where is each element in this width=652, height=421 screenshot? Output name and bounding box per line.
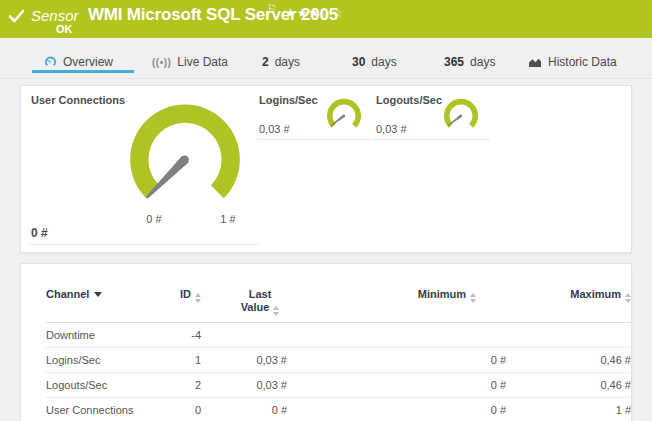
cell-maximum: 0,46 # [506, 348, 631, 373]
cell-id: 1 [141, 348, 201, 373]
prtg-sensor-page: Sensor WMI Microsoft SQL Server 2005 ⚐ ★… [0, 0, 652, 421]
tab-historic-data[interactable]: Historic Data [528, 51, 617, 73]
logins-gauge [324, 97, 364, 134]
channel-table-panel: Channel ID Last Value Minimum Maximum Do… [20, 263, 632, 421]
priority-flag-icon[interactable]: ⚐ [267, 2, 277, 15]
cell-last-value [201, 323, 287, 348]
column-header-maximum[interactable]: Maximum [506, 264, 631, 323]
cell-minimum: 0 # [287, 348, 506, 373]
overview-gauges-panel: User Connections 0 # 1 # 0 # Logins/Sec … [20, 85, 632, 253]
priority-stars[interactable]: ★★★☆☆ [285, 6, 344, 20]
gauge-max-label: 1 # [213, 213, 243, 225]
tab-label: days [275, 55, 300, 69]
column-header-channel[interactable]: Channel [46, 264, 141, 323]
tab-label: Historic Data [548, 55, 617, 69]
logouts-value: 0,03 # [376, 123, 407, 135]
live-data-icon: ((•)) [152, 57, 171, 68]
sort-icon [273, 306, 279, 316]
table-header-row: Channel ID Last Value Minimum Maximum [46, 264, 631, 323]
historic-data-icon [528, 57, 542, 68]
column-header-last-value[interactable]: Last Value [201, 264, 287, 323]
cell-channel: Downtime [46, 323, 141, 348]
gauge-min-label: 0 # [139, 213, 169, 225]
channel-table: Channel ID Last Value Minimum Maximum Do… [46, 264, 631, 421]
table-row-downtime[interactable]: Downtime -4 [46, 323, 631, 348]
column-label: Last Value [241, 288, 272, 313]
column-label: Maximum [570, 288, 621, 300]
stars-filled: ★★★ [285, 6, 320, 20]
sort-icon [470, 293, 476, 303]
gauge-title-user-connections: User Connections [31, 94, 125, 106]
cell-last-value: 0,03 # [201, 373, 287, 398]
tab-live-data[interactable]: ((•)) Live Data [152, 51, 228, 73]
sort-icon [625, 293, 631, 303]
sensor-status-badge: OK [56, 23, 73, 35]
table-row-logins[interactable]: Logins/Sec 1 0,03 # 0 # 0,46 # [46, 348, 631, 373]
divider [257, 139, 372, 140]
tab-365-days[interactable]: 365 days [444, 51, 495, 73]
column-header-id[interactable]: ID [141, 264, 201, 323]
stars-empty: ☆☆ [320, 6, 344, 20]
cell-maximum [506, 323, 631, 348]
tab-30-days[interactable]: 30 days [352, 51, 397, 73]
user-connections-value: 0 # [31, 226, 48, 240]
column-header-minimum[interactable]: Minimum [287, 264, 506, 323]
cell-id: 0 [141, 398, 201, 421]
cell-minimum: 0 # [287, 398, 506, 421]
cell-channel: Logins/Sec [46, 348, 141, 373]
tab-label: days [371, 55, 396, 69]
user-connections-gauge [121, 99, 249, 218]
logins-value: 0,03 # [259, 123, 290, 135]
tab-2-days[interactable]: 2 days [262, 51, 300, 73]
cell-maximum: 1 # [506, 398, 631, 421]
tab-bar: Overview ((•)) Live Data 2 days 30 days … [0, 38, 652, 79]
gauge-title-logins: Logins/Sec [259, 94, 318, 106]
tab-number: 30 [352, 55, 365, 69]
table-row-logouts[interactable]: Logouts/Sec 2 0,03 # 0 # 0,46 # [46, 373, 631, 398]
cell-id: 2 [141, 373, 201, 398]
cell-last-value: 0,03 # [201, 348, 287, 373]
cell-last-value: 0 # [201, 398, 287, 421]
cell-channel: User Connections [46, 398, 141, 421]
cell-minimum: 0 # [287, 373, 506, 398]
column-label: Minimum [418, 288, 466, 300]
status-check-icon [8, 9, 25, 23]
active-tab-indicator [32, 70, 134, 73]
column-label: Channel [46, 288, 89, 300]
table-row-user-connections[interactable]: User Connections 0 0 # 0 # 1 # [46, 398, 631, 421]
tab-label: Overview [63, 55, 113, 69]
gauge-icon [44, 56, 57, 68]
cell-minimum [287, 323, 506, 348]
tab-label: days [470, 55, 495, 69]
cell-id: -4 [141, 323, 201, 348]
column-label: ID [180, 288, 191, 300]
logouts-gauge [441, 97, 481, 134]
sort-icon [195, 293, 201, 303]
gauge-title-logouts: Logouts/Sec [376, 94, 442, 106]
sensor-header: Sensor WMI Microsoft SQL Server 2005 ⚐ ★… [0, 0, 652, 38]
cell-channel: Logouts/Sec [46, 373, 141, 398]
sensor-kind-label: Sensor [31, 7, 79, 24]
divider [374, 139, 490, 140]
tab-number: 2 [262, 55, 269, 69]
divider [29, 244, 259, 245]
tab-label: Live Data [177, 55, 228, 69]
cell-maximum: 0,46 # [506, 373, 631, 398]
sort-caret-icon [94, 292, 102, 297]
tab-number: 365 [444, 55, 464, 69]
